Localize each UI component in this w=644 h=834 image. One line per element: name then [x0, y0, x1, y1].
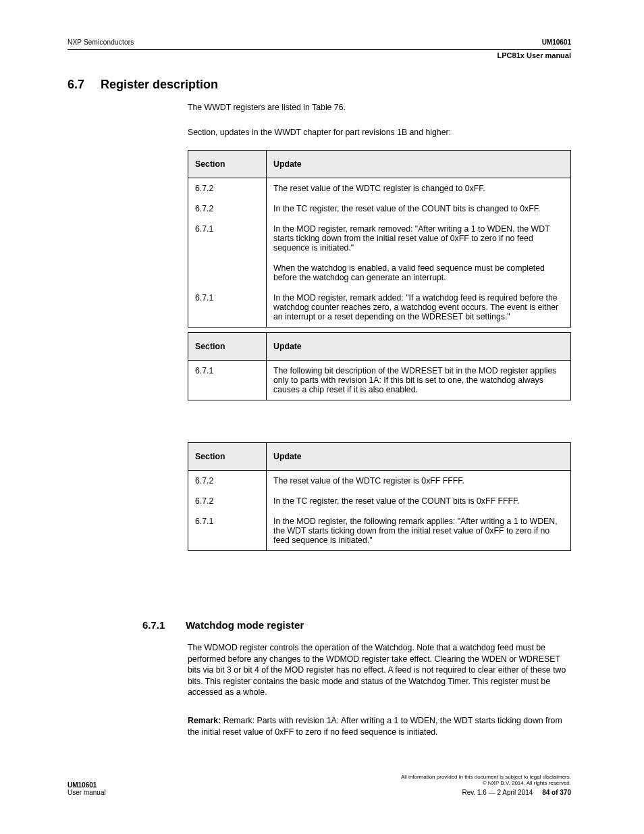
cell-update: The reset value of the WDTC register is …	[267, 471, 571, 492]
table-row: 6.7.2 The reset value of the WDTC regist…	[188, 178, 571, 199]
cell-section: 6.7.2	[188, 199, 267, 219]
cell-update: In the TC register, the reset value of t…	[267, 199, 571, 219]
cell-update: In the TC register, the reset value of t…	[267, 491, 571, 511]
updates-table-2: Section Update 6.7.1 The following bit d…	[188, 332, 571, 400]
footer-page: 84 of 370	[542, 789, 571, 796]
header-right: NXP Semiconductors	[68, 38, 134, 46]
table-row: When the watchdog is enabled, a valid fe…	[188, 258, 571, 288]
table-row: 6.7.1 In the MOD register, remark added:…	[188, 288, 571, 328]
subsection-paragraph-1: The WDMOD register controls the operatio…	[188, 642, 571, 698]
footer-copyright: © NXP B.V. 2014. All rights reserved.	[401, 780, 571, 786]
table-row: 6.7.2 In the TC register, the reset valu…	[188, 199, 571, 219]
cell-section: 6.7.1	[188, 288, 267, 328]
table-header-section: Section	[188, 333, 267, 361]
footer-right: All information provided in this documen…	[401, 774, 571, 796]
cell-update: When the watchdog is enabled, a valid fe…	[267, 258, 571, 288]
footer-left: UM10601 User manual	[68, 781, 106, 796]
cell-section: 6.7.1	[188, 361, 267, 400]
table-header-update: Update	[267, 333, 571, 361]
cell-update: In the MOD register, remark removed: "Af…	[267, 219, 571, 258]
table-row: 6.7.2 In the TC register, the reset valu…	[188, 491, 571, 511]
subsection-paragraph-2: Remark: Remark: Parts with revision 1A: …	[188, 715, 571, 737]
intro-paragraph-1: The WWDT registers are listed in Table 7…	[188, 102, 571, 113]
intro-paragraph-2: Section, updates in the WWDT chapter for…	[188, 127, 571, 138]
cell-update: In the MOD register, the following remar…	[267, 511, 571, 551]
cell-section: 6.7.2	[188, 491, 267, 511]
cell-update: The following bit description of the WDR…	[267, 361, 571, 400]
footer-disclaimer: All information provided in this documen…	[401, 774, 571, 780]
cell-section: 6.7.1	[188, 511, 267, 551]
cell-section	[188, 258, 267, 288]
table-header-update: Update	[267, 151, 571, 178]
page-header: NXP Semiconductors UM10601	[68, 31, 571, 50]
cell-section: 6.7.2	[188, 178, 267, 199]
header-left: UM10601	[542, 38, 571, 46]
cell-update: The reset value of the WDTC register is …	[267, 178, 571, 199]
footer-revision: Rev. 1.6 — 2 April 2014	[462, 789, 533, 796]
table-row: 6.7.1 In the MOD register, the following…	[188, 511, 571, 551]
section-title: Register description	[101, 78, 218, 92]
updates-table-1: Section Update 6.7.2 The reset value of …	[188, 150, 571, 328]
table-header-section: Section	[188, 151, 267, 178]
cell-update: In the MOD register, remark added: "If a…	[267, 288, 571, 328]
table-row: 6.7.1 In the MOD register, remark remove…	[188, 219, 571, 258]
cell-section: 6.7.1	[188, 219, 267, 258]
table-header-update: Update	[267, 443, 571, 471]
table-row: 6.7.1 The following bit description of t…	[188, 361, 571, 400]
cell-section: 6.7.2	[188, 471, 267, 492]
section-number: 6.7	[68, 78, 84, 92]
updates-table-3: Section Update 6.7.2 The reset value of …	[188, 442, 571, 551]
table-row: 6.7.2 The reset value of the WDTC regist…	[188, 471, 571, 492]
header-subtitle: LPC81x User manual	[498, 51, 571, 59]
subsection-number: 6.7.1	[142, 619, 165, 631]
table-header-section: Section	[188, 443, 267, 471]
subsection-title: Watchdog mode register	[186, 619, 304, 631]
remark-text: Remark: Parts with revision 1A: After wr…	[188, 716, 562, 737]
footer-doc-id: UM10601	[68, 781, 106, 789]
footer-doc-type: User manual	[68, 789, 106, 796]
page: NXP Semiconductors UM10601 LPC81x User m…	[0, 0, 644, 834]
